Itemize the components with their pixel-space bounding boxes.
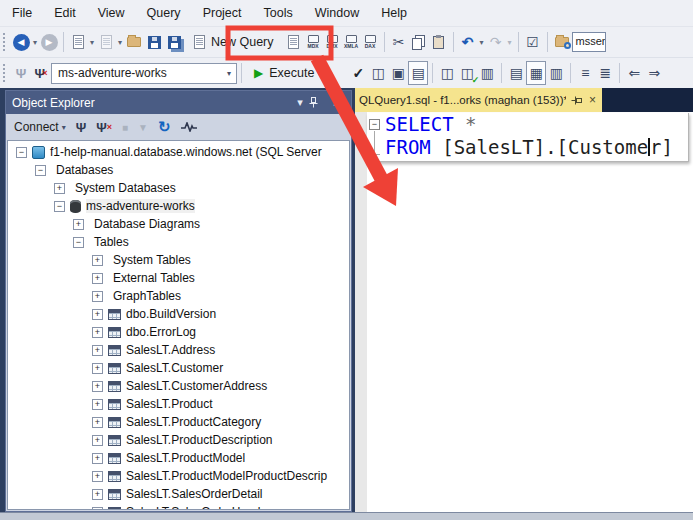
menu-project[interactable]: Project — [195, 2, 250, 24]
xmla-query-icon[interactable]: XMLA — [342, 31, 361, 53]
tree-item[interactable]: +SalesLT.ProductModel — [8, 449, 349, 467]
tree-item[interactable]: +System Databases — [8, 179, 349, 197]
add-item-dropdown-icon[interactable]: ▾ — [116, 30, 124, 54]
code-line-2[interactable]: FROM [SalesLT].[Customer] — [385, 136, 673, 158]
results-to-text-icon[interactable]: ▤ — [506, 61, 526, 85]
parse-icon[interactable]: ✓ — [348, 61, 368, 85]
tree-item[interactable]: +GraphTables — [8, 287, 349, 305]
tree-item[interactable]: +SalesLT.ProductModelProductDescrip — [8, 467, 349, 485]
window-position-icon[interactable]: ▾ — [291, 96, 309, 109]
save-icon[interactable] — [144, 30, 164, 54]
toolbar-grip[interactable] — [2, 32, 7, 52]
tree-item[interactable]: +SalesLT.Customer — [8, 359, 349, 377]
expand-icon[interactable]: + — [92, 345, 103, 356]
back-dropdown-icon[interactable]: ▾ — [31, 30, 39, 54]
save-all-icon[interactable] — [164, 30, 184, 54]
tree-item[interactable]: +System Tables — [8, 251, 349, 269]
expand-icon[interactable]: + — [92, 435, 103, 446]
connect-object-explorer-icon[interactable]: Ψ — [76, 120, 87, 135]
selection-grid-icon[interactable]: ☑ — [523, 30, 543, 54]
decrease-indent-icon[interactable]: ⇐ — [624, 61, 644, 85]
connect-button[interactable]: Connect ▾ — [14, 120, 66, 134]
activity-monitor-icon[interactable] — [181, 122, 197, 132]
expand-icon[interactable]: + — [92, 273, 103, 284]
expand-icon[interactable]: + — [92, 417, 103, 428]
available-databases-select[interactable]: ms-adventure-works ▾ — [51, 63, 237, 84]
client-statistics-icon[interactable]: ▥ — [477, 61, 497, 85]
tree-item[interactable]: +SalesLT.ProductCategory — [8, 413, 349, 431]
results-to-file-icon[interactable]: ▥ — [546, 61, 566, 85]
expand-icon[interactable]: + — [92, 489, 103, 500]
expand-icon[interactable]: + — [92, 255, 103, 266]
change-connection-icon[interactable]: Ψ× — [31, 61, 51, 85]
paste-icon[interactable] — [429, 30, 449, 54]
redo-dropdown-icon[interactable]: ▾ — [506, 30, 514, 54]
cut-icon[interactable]: ✂ — [389, 30, 409, 54]
comment-lines-icon[interactable]: ≡ — [575, 61, 595, 85]
tree-item[interactable]: −f1-help-manual.database.windows.net (SQ… — [8, 143, 349, 161]
tree-item[interactable]: +dbo.ErrorLog — [8, 323, 349, 341]
new-project-dropdown-icon[interactable]: ▾ — [88, 30, 96, 54]
navigate-back-icon[interactable]: ◀ — [11, 30, 31, 54]
tree-item[interactable]: −Databases — [8, 161, 349, 179]
tab-close-icon[interactable]: × — [587, 93, 598, 107]
menu-query[interactable]: Query — [139, 2, 189, 24]
execute-button[interactable]: ▶ Execute — [246, 63, 322, 83]
navigate-forward-icon[interactable]: ▶ — [39, 30, 59, 54]
connect-plug-icon[interactable]: Ψ — [11, 61, 31, 85]
query-options-icon[interactable]: ▣ — [388, 61, 408, 85]
toolbar-grip[interactable] — [2, 63, 7, 83]
find-in-files-icon[interactable] — [552, 30, 572, 54]
expand-icon[interactable]: + — [92, 453, 103, 464]
mdx-query-icon[interactable]: MDX — [304, 31, 323, 53]
collapse-icon[interactable]: − — [16, 147, 27, 158]
tree-item[interactable]: −Tables — [8, 233, 349, 251]
server-search-input[interactable]: msservi — [572, 32, 606, 52]
tree-item[interactable]: +SalesLT.SalesOrderHeader — [8, 503, 349, 510]
tree-item[interactable]: +SalesLT.Address — [8, 341, 349, 359]
tree-item[interactable]: +SalesLT.SalesOrderDetail — [8, 485, 349, 503]
tree-item[interactable]: +SalesLT.Product — [8, 395, 349, 413]
new-query-button[interactable]: New Query — [186, 32, 282, 52]
disconnect-icon[interactable]: Ψ× — [96, 120, 112, 135]
tree-item[interactable]: +dbo.BuildVersion — [8, 305, 349, 323]
code-editor-surface[interactable]: − SELECT * FROM [SalesLT].[Customer] — [355, 112, 693, 512]
tab-pin-icon[interactable] — [571, 96, 582, 105]
pin-icon[interactable] — [309, 97, 327, 108]
expand-icon[interactable]: + — [73, 219, 84, 230]
fold-collapse-icon[interactable]: − — [369, 119, 380, 130]
undo-dropdown-icon[interactable]: ▾ — [478, 30, 486, 54]
tree-item[interactable]: −ms-adventure-works — [8, 197, 349, 215]
intellisense-enabled-icon[interactable]: ▤ — [408, 61, 428, 85]
new-query-current-connection-icon[interactable] — [284, 30, 304, 54]
expand-icon[interactable]: + — [92, 471, 103, 482]
menu-file[interactable]: File — [4, 2, 40, 24]
results-to-grid-icon[interactable]: ▦ — [526, 61, 546, 85]
include-actual-plan-icon[interactable]: ◫ — [437, 61, 457, 85]
expand-icon[interactable]: + — [92, 381, 103, 392]
expand-icon[interactable]: + — [92, 291, 103, 302]
copy-icon[interactable] — [409, 30, 429, 54]
expand-icon[interactable]: + — [92, 399, 103, 410]
tree-item[interactable]: +SalesLT.CustomerAddress — [8, 377, 349, 395]
expand-icon[interactable]: + — [92, 363, 103, 374]
uncomment-lines-icon[interactable]: ≣ — [595, 61, 615, 85]
new-project-icon[interactable] — [68, 30, 88, 54]
close-icon[interactable]: × — [327, 97, 345, 109]
redo-icon[interactable]: ↷ — [486, 30, 506, 54]
open-file-icon[interactable] — [124, 30, 144, 54]
collapse-icon[interactable]: − — [54, 201, 65, 212]
expand-icon[interactable]: + — [54, 183, 65, 194]
object-explorer-tree[interactable]: −f1-help-manual.database.windows.net (SQ… — [7, 140, 350, 510]
dax-query-icon[interactable]: DAX — [361, 31, 380, 53]
tab-sqlquery1[interactable]: QLQuery1.sql - f1...orks (maghan (153))*… — [355, 88, 602, 112]
refresh-icon[interactable]: ↻ — [158, 118, 171, 136]
expand-icon[interactable]: + — [92, 309, 103, 320]
tree-item[interactable]: +SalesLT.ProductDescription — [8, 431, 349, 449]
expand-icon[interactable]: + — [92, 507, 103, 511]
code-block[interactable]: − SELECT * FROM [SalesLT].[Customer] — [367, 113, 689, 162]
add-item-icon[interactable] — [96, 30, 116, 54]
dmx-query-icon[interactable]: DMX — [323, 31, 342, 53]
live-query-statistics-icon[interactable]: ◫✓ — [457, 61, 477, 85]
menu-window[interactable]: Window — [307, 2, 367, 24]
